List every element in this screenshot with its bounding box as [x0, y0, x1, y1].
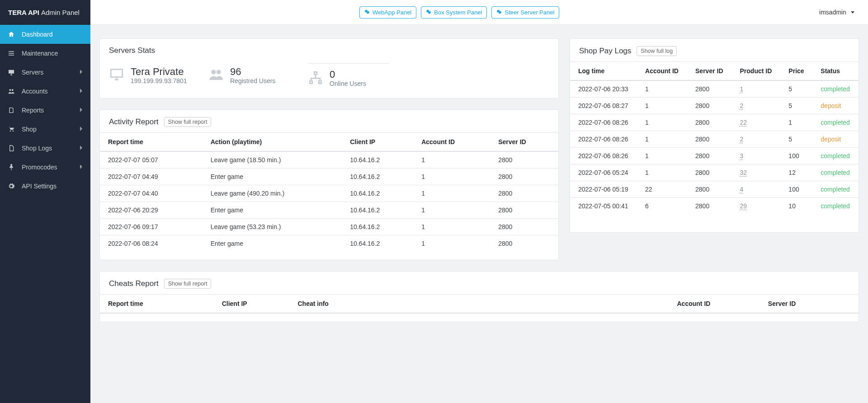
cart-icon [7, 125, 15, 133]
col-log-time: Log time [570, 62, 637, 81]
shop-pay-logs-title: Shop Pay Logs [579, 47, 631, 56]
table-row: 2022-07-06 20:29Enter game10.64.16.21280… [100, 202, 558, 219]
chevron-right-icon [80, 126, 83, 133]
product-link[interactable]: 2 [740, 136, 744, 143]
col-client-ip: Client IP [214, 295, 290, 314]
table-row: 2022-07-06 09:17Leave game (53.23 min.)1… [100, 219, 558, 235]
table-row: 2022-07-06 08:271280025deposit [570, 98, 859, 114]
col-client-ip: Client IP [342, 133, 413, 152]
link-icon [364, 9, 370, 16]
table-row: 2022-07-06 08:261280025deposit [570, 131, 859, 148]
chevron-right-icon [80, 69, 83, 76]
sidebar-item-api-settings[interactable]: API Settings [0, 177, 90, 196]
col-cheat-info: Cheat info [289, 295, 669, 314]
product-link[interactable]: 22 [740, 119, 747, 126]
cheats-report-title: Cheats Report [109, 279, 159, 288]
sidebar-item-label: Promocodes [22, 164, 57, 171]
book-icon [7, 106, 15, 114]
product-link[interactable]: 4 [740, 186, 744, 193]
chevron-right-icon [80, 164, 83, 171]
user-name: imsadmin [819, 9, 846, 16]
sidebar: TERA API Admin Panel Dashboard Maintenan… [0, 0, 90, 403]
product-link[interactable]: 29 [740, 202, 747, 210]
sidebar-item-shop-logs[interactable]: Shop Logs [0, 139, 90, 158]
col-server-id: Server ID [687, 62, 731, 81]
col-server-id: Server ID [760, 295, 859, 314]
users-icon [7, 87, 15, 95]
users-icon [208, 67, 224, 84]
steer-server-panel-button[interactable]: Steer Server Panel [491, 6, 559, 19]
col-product-id: Product ID [732, 62, 781, 81]
sidebar-item-label: Servers [22, 69, 43, 76]
sidebar-item-maintenance[interactable]: Maintenance [0, 44, 90, 63]
table-row: 2022-07-05 00:41628002910completed [570, 198, 859, 215]
status-badge: completed [812, 198, 859, 215]
online-count: 0 [330, 69, 366, 80]
stat-registered: 96 Registred Users [208, 63, 290, 87]
desktop-icon [109, 67, 124, 84]
brand-light: Admin Panel [41, 9, 80, 16]
online-label: Online Users [330, 80, 366, 87]
link-icon [496, 9, 502, 16]
sidebar-item-label: Shop Logs [22, 145, 52, 152]
table-row: 2022-07-06 20:331280015completed [570, 80, 859, 98]
stat-server: Tera Private 199.199.99.93:7801 [109, 63, 190, 87]
desktop-icon [7, 68, 15, 76]
user-menu[interactable]: imsadmin [819, 9, 859, 16]
status-badge: completed [812, 164, 859, 181]
col-account-id: Account ID [669, 295, 760, 314]
caret-down-icon [851, 11, 854, 14]
table-row: 2022-07-07 05:07Leave game (18.50 min.)1… [100, 151, 558, 169]
sidebar-item-dashboard[interactable]: Dashboard [0, 25, 90, 44]
box-system-panel-button[interactable]: Box System Panel [421, 6, 487, 19]
col-account-id: Account ID [413, 133, 490, 152]
webapp-panel-button[interactable]: WebApp Panel [359, 6, 417, 19]
cheats-report-card: Cheats Report Show full report Report ti… [99, 271, 859, 322]
col-report-time: Report time [100, 133, 203, 152]
show-full-cheats-button[interactable]: Show full report [164, 279, 212, 289]
col-action: Action (playtime) [203, 133, 342, 152]
activity-report-title: Activity Report [109, 117, 159, 127]
status-badge: deposit [812, 98, 859, 114]
table-row: 2022-07-06 05:24128003212completed [570, 164, 859, 181]
sidebar-item-label: Maintenance [22, 50, 58, 57]
show-full-report-button[interactable]: Show full report [164, 117, 212, 127]
stat-online: 0 Online Users [308, 63, 389, 87]
activity-report-card: Activity Report Show full report Report … [99, 109, 559, 260]
servers-stats-title: Servers Stats [109, 46, 155, 55]
status-badge: completed [812, 181, 859, 198]
sidebar-item-label: Accounts [22, 88, 48, 95]
table-row: 2022-07-06 08:2612800221completed [570, 114, 859, 131]
sidebar-item-reports[interactable]: Reports [0, 101, 90, 120]
chevron-right-icon [80, 107, 83, 114]
cheats-table: Report time Client IP Cheat info Account… [100, 294, 859, 314]
show-full-log-button[interactable]: Show full log [637, 46, 677, 56]
product-link[interactable]: 3 [740, 152, 744, 159]
brand-bold: TERA API [8, 9, 39, 16]
product-link[interactable]: 1 [740, 85, 744, 93]
col-report-time: Report time [100, 295, 214, 314]
sidebar-item-promocodes[interactable]: Promocodes [0, 158, 90, 177]
table-row: 2022-07-07 04:40Leave game (490.20 min.)… [100, 185, 558, 202]
server-name: Tera Private [131, 66, 187, 77]
sidebar-item-accounts[interactable]: Accounts [0, 82, 90, 101]
sidebar-item-servers[interactable]: Servers [0, 63, 90, 82]
product-link[interactable]: 32 [740, 169, 747, 176]
status-badge: completed [812, 80, 859, 98]
chevron-right-icon [80, 88, 83, 95]
activity-table: Report time Action (playtime) Client IP … [100, 132, 558, 252]
product-link[interactable]: 2 [740, 102, 744, 109]
col-server-id: Server ID [490, 133, 558, 152]
registered-label: Registred Users [230, 77, 275, 84]
sidebar-item-shop[interactable]: Shop [0, 120, 90, 139]
gear-icon [7, 182, 15, 190]
status-badge: completed [812, 114, 859, 131]
link-icon [426, 9, 431, 16]
home-icon [7, 30, 15, 38]
servers-stats-card: Servers Stats Tera Private 199.199.99.93… [99, 38, 559, 98]
file-icon [7, 144, 15, 152]
table-row: 2022-07-06 05:192228004100completed [570, 181, 859, 198]
sidebar-nav: Dashboard Maintenance Servers Accounts R… [0, 25, 90, 196]
topbar: WebApp Panel Box System Panel Steer Serv… [90, 0, 868, 25]
table-row: 2022-07-06 08:24Enter game10.64.16.21280… [100, 235, 558, 252]
